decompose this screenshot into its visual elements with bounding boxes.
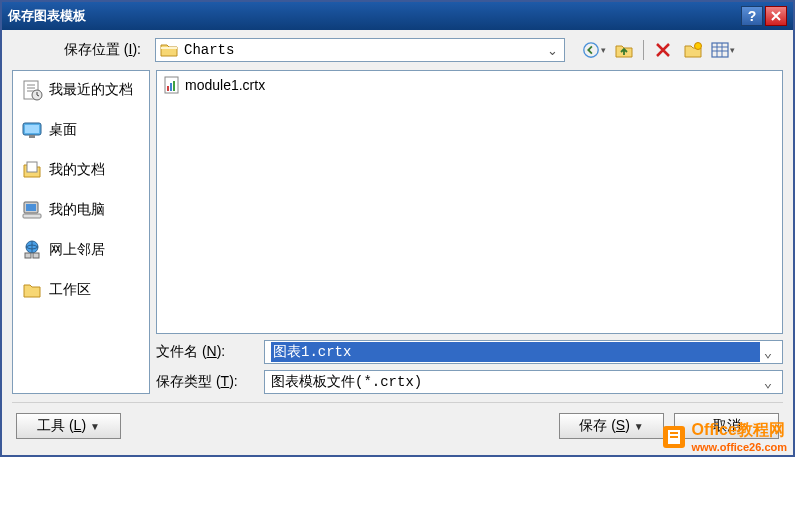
computer-icon (21, 199, 43, 221)
chevron-down-icon: ▼ (634, 421, 644, 432)
filename-value: 图表1.crtx (271, 342, 760, 362)
file-name: module1.crtx (185, 77, 265, 93)
svg-rect-12 (29, 135, 35, 138)
separator (12, 402, 783, 403)
new-folder-button[interactable] (680, 38, 706, 62)
folder-icon (160, 42, 178, 58)
file-area: module1.crtx 文件名 (N): 图表1.crtx ⌄ 保存类型 (T… (156, 70, 783, 394)
network-icon (21, 239, 43, 261)
toolbar-separator (643, 40, 644, 60)
sidebar-item-mydocs[interactable]: 我的文档 (17, 157, 145, 183)
svg-point-1 (584, 43, 598, 57)
sidebar-item-label: 桌面 (49, 121, 77, 139)
sidebar-item-network[interactable]: 网上邻居 (17, 237, 145, 263)
svg-rect-18 (25, 253, 31, 258)
sidebar-item-label: 我的电脑 (49, 201, 105, 219)
dialog-content: 保存位置 (I): Charts ⌄ ▾ (2, 30, 793, 455)
svg-rect-3 (712, 43, 728, 57)
close-icon (771, 11, 781, 21)
svg-rect-11 (25, 125, 39, 133)
filename-label: 文件名 (N): (156, 343, 256, 361)
tools-button[interactable]: 工具 (L) ▼ (16, 413, 121, 439)
sidebar-item-label: 我的文档 (49, 161, 105, 179)
sidebar-item-recent[interactable]: 我最近的文档 (17, 77, 145, 103)
svg-rect-15 (26, 204, 36, 211)
back-icon (582, 40, 600, 60)
filetype-value: 图表模板文件(*.crtx) (271, 373, 760, 391)
chevron-down-icon: ⌄ (760, 374, 776, 391)
button-row: 工具 (L) ▼ 保存 (S) ▼ 取消 (12, 413, 783, 445)
delete-button[interactable] (650, 38, 676, 62)
sidebar-item-label: 网上邻居 (49, 241, 105, 259)
filetype-row: 保存类型 (T): 图表模板文件(*.crtx) ⌄ (156, 370, 783, 394)
save-dialog: 保存图表模板 ? 保存位置 (I): Charts ⌄ ▾ (0, 0, 795, 457)
close-button[interactable] (765, 6, 787, 26)
svg-rect-0 (161, 47, 177, 49)
filename-row: 文件名 (N): 图表1.crtx ⌄ (156, 340, 783, 364)
back-button[interactable]: ▾ (581, 38, 607, 62)
svg-rect-16 (23, 214, 41, 218)
cancel-button[interactable]: 取消 (674, 413, 779, 439)
views-button[interactable]: ▾ (710, 38, 736, 62)
filetype-label: 保存类型 (T): (156, 373, 256, 391)
sidebar-item-workspace[interactable]: 工作区 (17, 277, 145, 303)
desktop-icon (21, 119, 43, 141)
svg-rect-19 (33, 253, 39, 258)
location-combo[interactable]: Charts ⌄ (155, 38, 565, 62)
save-button[interactable]: 保存 (S) ▼ (559, 413, 664, 439)
dialog-title: 保存图表模板 (8, 7, 739, 25)
up-folder-icon (614, 41, 634, 59)
chevron-down-icon: ⌄ (760, 344, 776, 361)
svg-rect-21 (167, 86, 169, 91)
location-label: 保存位置 (I): (12, 41, 147, 59)
titlebar: 保存图表模板 ? (2, 2, 793, 30)
chevron-down-icon: ▼ (90, 421, 100, 432)
delete-icon (655, 42, 671, 58)
up-button[interactable] (611, 38, 637, 62)
location-value: Charts (184, 42, 544, 58)
svg-rect-13 (27, 162, 37, 172)
workspace-icon (21, 279, 43, 301)
chart-file-icon (163, 76, 181, 94)
places-sidebar: 我最近的文档 桌面 我的文档 我的电脑 网上邻居 (12, 70, 150, 394)
svg-point-2 (695, 43, 702, 50)
views-icon (711, 42, 729, 58)
help-button[interactable]: ? (741, 6, 763, 26)
documents-icon (21, 159, 43, 181)
sidebar-item-label: 工作区 (49, 281, 91, 299)
list-item[interactable]: module1.crtx (163, 75, 776, 95)
recent-icon (21, 79, 43, 101)
sidebar-item-label: 我最近的文档 (49, 81, 133, 99)
svg-rect-23 (173, 81, 175, 91)
new-folder-icon (683, 41, 703, 59)
sidebar-item-desktop[interactable]: 桌面 (17, 117, 145, 143)
location-row: 保存位置 (I): Charts ⌄ ▾ (12, 36, 783, 64)
svg-rect-22 (170, 83, 172, 91)
file-list[interactable]: module1.crtx (156, 70, 783, 334)
sidebar-item-mycomputer[interactable]: 我的电脑 (17, 197, 145, 223)
location-toolbar: ▾ ▾ (581, 38, 736, 62)
filetype-combo[interactable]: 图表模板文件(*.crtx) ⌄ (264, 370, 783, 394)
chevron-down-icon: ⌄ (544, 43, 560, 58)
main-row: 我最近的文档 桌面 我的文档 我的电脑 网上邻居 (12, 70, 783, 394)
filename-input[interactable]: 图表1.crtx ⌄ (264, 340, 783, 364)
